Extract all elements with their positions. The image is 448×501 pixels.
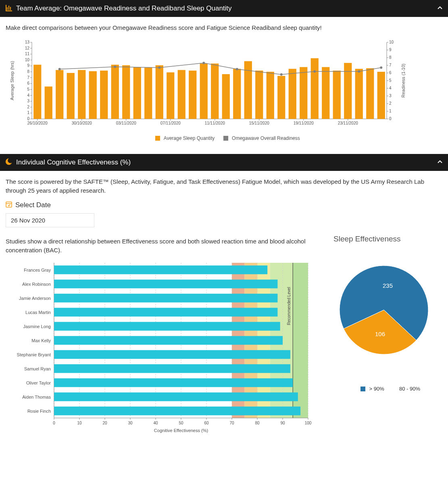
svg-text:Jasmine Long: Jasmine Long xyxy=(23,324,51,328)
svg-text:30/10/2020: 30/10/2020 xyxy=(72,121,92,125)
svg-text:Jamie Anderson: Jamie Anderson xyxy=(19,295,51,300)
svg-rect-148 xyxy=(54,308,277,316)
svg-text:2: 2 xyxy=(389,101,392,106)
svg-text:26/10/2020: 26/10/2020 xyxy=(27,121,48,125)
svg-rect-77 xyxy=(277,76,285,119)
panel-subtitle: The score is powered by the SAFTE™ (Slee… xyxy=(6,177,442,195)
collapse-icon[interactable] xyxy=(438,159,442,166)
svg-text:0: 0 xyxy=(389,116,392,121)
svg-line-104 xyxy=(115,67,159,67)
svg-rect-56 xyxy=(45,86,52,118)
svg-text:07/11/2020: 07/11/2020 xyxy=(160,121,181,125)
svg-text:2: 2 xyxy=(27,104,29,109)
svg-text:Rosie Finch: Rosie Finch xyxy=(27,408,51,413)
panel-title: Team Average: Omegawave Readiness and Re… xyxy=(16,4,232,12)
legend-swatch-8090 xyxy=(390,387,395,391)
legend-label-readiness: Omegawave Overall Readiness xyxy=(232,135,300,141)
svg-rect-66 xyxy=(156,65,163,119)
svg-text:10: 10 xyxy=(389,40,394,44)
svg-text:0: 0 xyxy=(53,421,55,425)
svg-text:50: 50 xyxy=(179,421,183,425)
svg-rect-79 xyxy=(300,67,307,119)
svg-text:Stephanie Bryant: Stephanie Bryant xyxy=(17,352,51,357)
svg-rect-74 xyxy=(244,61,252,118)
svg-rect-69 xyxy=(189,71,196,119)
svg-text:7: 7 xyxy=(389,63,392,67)
svg-rect-146 xyxy=(54,293,277,302)
sleep-effectiveness-title: Sleep Effectiveness xyxy=(333,235,442,243)
svg-rect-64 xyxy=(133,67,141,119)
panel-header[interactable]: Individual Cognitive Effectiveness (%) xyxy=(0,154,448,171)
svg-text:20: 20 xyxy=(102,421,107,425)
svg-rect-70 xyxy=(200,63,208,118)
panel-title: Individual Cognitive Effectiveness (%) xyxy=(16,158,131,166)
svg-text:Alex Robinson: Alex Robinson xyxy=(22,281,51,286)
cognitive-effectiveness-chart: Recommended LevelFrances GrayAlex Robins… xyxy=(6,261,312,434)
svg-rect-65 xyxy=(144,67,152,118)
svg-text:8: 8 xyxy=(389,55,392,60)
svg-text:6: 6 xyxy=(27,81,29,85)
svg-text:60: 60 xyxy=(204,421,209,425)
svg-text:8: 8 xyxy=(27,69,29,74)
panel-team-average: Team Average: Omegawave Readiness and Re… xyxy=(0,0,448,149)
svg-point-115 xyxy=(236,68,238,70)
svg-rect-67 xyxy=(167,72,174,118)
svg-point-118 xyxy=(358,70,360,73)
svg-rect-84 xyxy=(355,69,363,118)
svg-rect-76 xyxy=(267,72,274,119)
svg-rect-63 xyxy=(122,65,130,119)
svg-text:5: 5 xyxy=(27,87,29,91)
svg-line-106 xyxy=(204,63,237,69)
svg-text:Samuel Ryan: Samuel Ryan xyxy=(24,366,51,371)
svg-rect-78 xyxy=(289,69,296,118)
svg-rect-59 xyxy=(78,70,85,118)
svg-rect-85 xyxy=(366,68,374,119)
svg-rect-73 xyxy=(233,69,241,118)
svg-text:Lucas Martin: Lucas Martin xyxy=(25,310,51,314)
svg-rect-144 xyxy=(54,279,277,288)
svg-text:03/11/2020: 03/11/2020 xyxy=(116,121,136,125)
svg-text:Cognitive Effectiveness (%): Cognitive Effectiveness (%) xyxy=(154,428,208,433)
sleep-effectiveness-pie: 235106 xyxy=(333,260,434,360)
sleep-readiness-chart: 012345678910111213012345678910Average Sl… xyxy=(6,38,442,132)
svg-rect-86 xyxy=(377,72,385,119)
svg-text:3: 3 xyxy=(27,99,29,103)
select-date-text: Select Date xyxy=(15,201,51,209)
svg-point-117 xyxy=(313,70,316,73)
panel-body: Make direct comparisons between your Ome… xyxy=(0,17,448,149)
svg-rect-162 xyxy=(54,406,300,415)
svg-text:1: 1 xyxy=(27,110,29,115)
collapse-icon[interactable] xyxy=(438,5,442,12)
legend-swatch-readiness xyxy=(223,136,228,141)
svg-rect-154 xyxy=(54,350,290,359)
svg-text:40: 40 xyxy=(153,421,158,425)
svg-text:1: 1 xyxy=(389,109,392,113)
svg-rect-68 xyxy=(178,70,185,118)
legend-label-8090: 80 - 90% xyxy=(399,386,420,392)
svg-rect-156 xyxy=(54,364,290,373)
svg-text:12: 12 xyxy=(25,46,30,50)
panel-header[interactable]: Team Average: Omegawave Readiness and Re… xyxy=(0,0,448,17)
legend-label-sleep: Average Sleep Quantity xyxy=(164,135,215,141)
svg-text:Aiden Thomas: Aiden Thomas xyxy=(22,394,51,399)
svg-text:9: 9 xyxy=(389,48,392,52)
svg-rect-142 xyxy=(54,265,267,274)
svg-text:Average Sleep (hrs): Average Sleep (hrs) xyxy=(10,61,15,100)
svg-text:4: 4 xyxy=(27,93,29,97)
svg-rect-82 xyxy=(333,71,341,119)
svg-rect-60 xyxy=(89,71,97,118)
bar-chart-icon xyxy=(6,5,12,12)
studies-text: Studies show a direct relationship betwe… xyxy=(6,237,321,255)
svg-rect-58 xyxy=(67,73,75,119)
svg-rect-152 xyxy=(54,336,283,345)
svg-text:13: 13 xyxy=(25,40,30,44)
panel-body: The score is powered by the SAFTE™ (Slee… xyxy=(0,171,448,443)
svg-text:6: 6 xyxy=(389,71,392,75)
svg-point-112 xyxy=(114,65,116,68)
date-selector[interactable]: 26 Nov 2020 xyxy=(6,213,94,227)
moon-icon xyxy=(6,158,12,166)
svg-text:90: 90 xyxy=(280,421,285,425)
svg-text:0: 0 xyxy=(27,116,29,121)
pie-legend: > 90% 80 - 90% xyxy=(333,386,442,392)
svg-point-113 xyxy=(158,66,160,69)
